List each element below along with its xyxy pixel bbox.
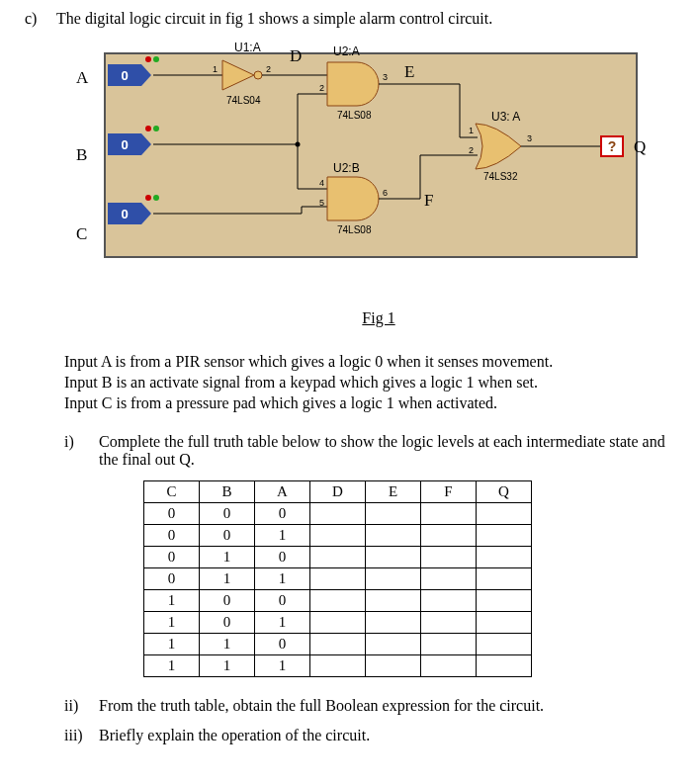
- subq-ii-text: From the truth table, obtain the full Bo…: [99, 697, 673, 715]
- chip-u3: 74LS32: [483, 171, 517, 182]
- table-row: 111: [144, 655, 532, 677]
- pin-2b: 2: [319, 83, 324, 93]
- subq-ii-label: ii): [64, 697, 99, 715]
- output-box: ?: [600, 135, 624, 157]
- pin-or1: 1: [469, 126, 474, 135]
- gate-u2a-label: U2:A: [333, 44, 360, 58]
- subq-iii-label: iii): [64, 727, 99, 744]
- gate-u2b-label: U2:B: [333, 161, 360, 175]
- pin-or3: 3: [527, 133, 532, 143]
- question-label: c): [25, 10, 52, 28]
- table-row: 010: [144, 547, 532, 568]
- desc-line-1: Input A is from a PIR sensor which gives…: [64, 352, 673, 373]
- pin-3: 3: [383, 72, 388, 82]
- table-row: 100: [144, 590, 532, 612]
- table-row: 101: [144, 612, 532, 634]
- circuit-diagram: A B C 0 0 0: [64, 43, 657, 290]
- table-row: 011: [144, 568, 532, 590]
- chip-u1: 74LS04: [226, 95, 260, 106]
- table-row: 000: [144, 503, 532, 525]
- svg-marker-1: [222, 60, 254, 90]
- pin-6: 6: [383, 188, 388, 198]
- th-a: A: [255, 481, 310, 503]
- th-d: D: [310, 481, 366, 503]
- pin-5: 5: [319, 198, 324, 208]
- desc-line-2: Input B is an activate signal from a key…: [64, 373, 673, 393]
- th-q: Q: [477, 481, 532, 503]
- th-b: B: [200, 481, 255, 503]
- node-q: Q: [634, 137, 646, 157]
- gate-u1-label: U1:A: [234, 41, 261, 54]
- circuit-wires: [64, 43, 657, 290]
- node-e: E: [404, 62, 414, 82]
- subquestion-iii: iii) Briefly explain the operation of th…: [64, 727, 673, 744]
- pin-1: 1: [213, 64, 218, 74]
- pin-or2: 2: [469, 145, 474, 155]
- th-c: C: [144, 481, 200, 503]
- subquestion-i: i) Complete the full truth table below t…: [64, 433, 673, 469]
- node-d: D: [290, 46, 302, 66]
- truth-table-header-row: C B A D E F Q: [144, 481, 532, 503]
- table-row: 001: [144, 525, 532, 547]
- question-text: The digital logic circuit in fig 1 shows…: [56, 10, 673, 28]
- input-description: Input A is from a PIR sensor which gives…: [64, 352, 673, 413]
- chip-u2b: 74LS08: [337, 224, 371, 235]
- figure-caption: Fig 1: [84, 309, 673, 327]
- subq-i-label: i): [64, 433, 99, 469]
- gate-u3-label: U3: A: [491, 110, 520, 124]
- truth-table: C B A D E F Q 000 001 010 011 100 101 11…: [143, 480, 532, 677]
- chip-u2a: 74LS08: [337, 110, 371, 121]
- pin-4: 4: [319, 178, 324, 188]
- question-header: c) The digital logic circuit in fig 1 sh…: [25, 10, 673, 28]
- th-f: F: [421, 481, 477, 503]
- desc-line-3: Input C is from a pressure pad which giv…: [64, 393, 673, 414]
- subq-i-text: Complete the full truth table below to s…: [99, 433, 673, 469]
- pin-2a: 2: [266, 64, 271, 74]
- subq-iii-text: Briefly explain the operation of the cir…: [99, 727, 673, 744]
- th-e: E: [366, 481, 421, 503]
- table-row: 110: [144, 634, 532, 655]
- subquestion-ii: ii) From the truth table, obtain the ful…: [64, 697, 673, 715]
- svg-point-2: [254, 71, 262, 79]
- node-f: F: [424, 191, 433, 211]
